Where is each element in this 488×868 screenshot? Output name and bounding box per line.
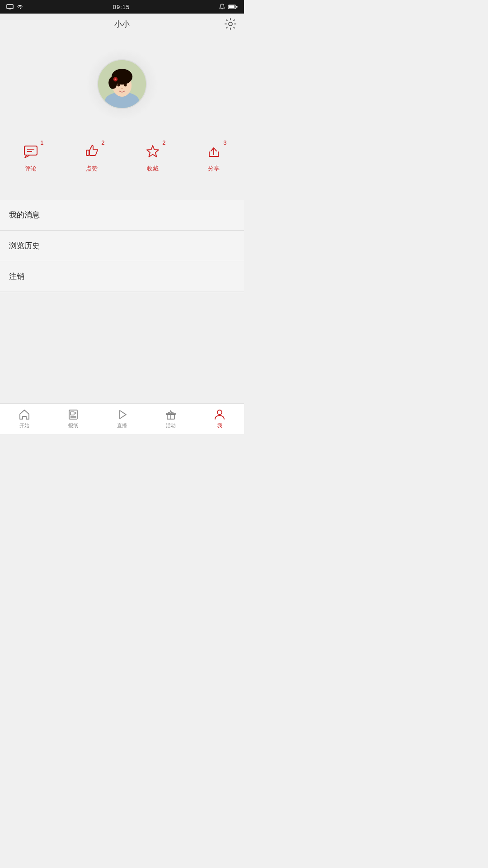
svg-rect-1 [9, 9, 11, 9]
screen-icon [6, 4, 14, 9]
tab-item-newspaper[interactable]: 报纸 [49, 409, 98, 429]
svg-point-12 [117, 84, 120, 87]
bell-icon [219, 4, 225, 10]
home-icon [19, 409, 30, 420]
menu-list: 我的消息 浏览历史 注销 [0, 200, 244, 292]
tab-bar: 开始 报纸 直播 活动 [0, 403, 244, 434]
tab-item-me[interactable]: 我 [195, 409, 244, 429]
svg-point-6 [229, 22, 232, 26]
svg-point-16 [115, 78, 117, 80]
header: 小小 [0, 14, 244, 34]
likes-count: 2 [101, 139, 104, 146]
tab-label-start: 开始 [19, 422, 29, 429]
stat-item-share[interactable]: 3 分享 [205, 143, 222, 173]
wifi-icon [16, 4, 23, 9]
avatar-image [98, 59, 146, 109]
favorites-label: 收藏 [147, 165, 159, 173]
share-label: 分享 [208, 165, 220, 173]
status-time: 09:15 [113, 4, 130, 10]
likes-label: 点赞 [86, 165, 98, 173]
favorites-count: 2 [162, 139, 165, 146]
menu-item-history[interactable]: 浏览历史 [0, 231, 244, 261]
share-count: 3 [223, 139, 226, 146]
newspaper-icon [67, 409, 79, 420]
star-icon [144, 143, 161, 160]
settings-button[interactable] [224, 18, 237, 30]
comment-label: 评论 [25, 165, 37, 173]
menu-item-messages[interactable]: 我的消息 [0, 200, 244, 231]
tab-label-me: 我 [217, 422, 222, 429]
svg-point-13 [124, 84, 127, 87]
gift-icon [165, 409, 177, 420]
status-left-icons [6, 4, 23, 9]
svg-rect-20 [86, 150, 89, 156]
status-bar: 09:15 [0, 0, 244, 14]
thumbsup-icon [83, 143, 100, 160]
stat-item-likes[interactable]: 2 点赞 [83, 143, 100, 173]
tab-item-activity[interactable]: 活动 [146, 409, 195, 429]
person-icon [214, 409, 225, 420]
tab-label-activity: 活动 [166, 422, 176, 429]
tab-item-start[interactable]: 开始 [0, 409, 49, 429]
svg-point-14 [121, 88, 123, 89]
stat-item-comments[interactable]: 1 评论 [22, 143, 39, 173]
battery-icon [228, 4, 238, 9]
menu-item-logout[interactable]: 注销 [0, 261, 244, 292]
stat-item-favorites[interactable]: 2 收藏 [144, 143, 161, 173]
svg-rect-4 [229, 5, 235, 8]
svg-rect-0 [7, 5, 13, 9]
likes-badge-wrapper: 2 [83, 143, 100, 162]
status-right-icons [219, 4, 238, 10]
svg-rect-5 [236, 6, 238, 8]
share-icon [205, 143, 222, 160]
svg-rect-17 [24, 146, 37, 155]
tab-label-live: 直播 [117, 422, 127, 429]
comment-badge-wrapper: 1 [22, 143, 39, 162]
svg-rect-22 [70, 412, 74, 415]
page-title: 小小 [114, 19, 130, 29]
avatar-glow [86, 48, 158, 120]
tab-item-live[interactable]: 直播 [98, 409, 146, 429]
profile-area [0, 34, 244, 134]
tab-label-newspaper: 报纸 [68, 422, 78, 429]
comment-icon [22, 143, 39, 160]
avatar[interactable] [97, 59, 147, 109]
comment-count: 1 [40, 139, 43, 146]
stats-row: 1 评论 2 点赞 2 收藏 [0, 134, 244, 177]
favorites-badge-wrapper: 2 [144, 143, 161, 162]
svg-point-30 [217, 410, 222, 415]
share-badge-wrapper: 3 [205, 143, 222, 162]
play-icon [116, 409, 128, 420]
